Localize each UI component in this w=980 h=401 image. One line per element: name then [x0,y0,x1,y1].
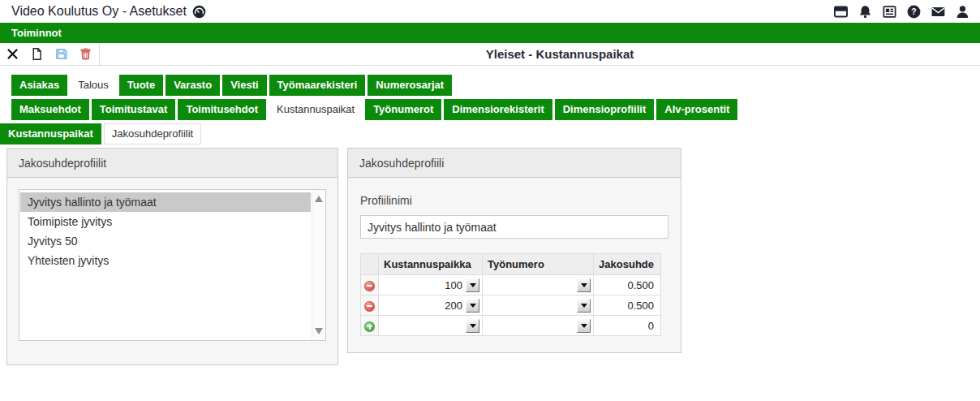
row-action-cell [361,316,379,336]
save-icon [54,47,68,61]
list-item-jyvitys-hallinto-ja-tyomaat[interactable]: Jyvitys hallinto ja työmaat [20,192,311,212]
menu-bar: Toiminnot [0,23,980,43]
tab-tyonumerot[interactable]: Työnumerot [365,99,441,120]
close-icon [6,47,19,61]
tab-toimitusehdot[interactable]: Toimitusehdot [178,99,266,120]
help-icon[interactable]: ? [906,4,922,19]
kustannuspaikka-value: 100 [382,279,462,291]
close-button[interactable] [0,44,24,65]
mail-icon[interactable] [931,4,946,19]
table-header-actions [361,254,379,275]
profiles-panel-title: Jakosuhdeprofiilit [7,149,337,178]
svg-text:?: ? [911,7,916,16]
save-button[interactable] [49,44,73,65]
tab-row-main: AsiakasTalousTuoteVarastoViestiTyömaarek… [11,75,980,96]
table-header-jakosuhde: Jakosuhde [594,254,661,275]
tyonumero-dropdown[interactable] [577,319,591,333]
scroll-up-icon[interactable] [315,196,323,202]
new-document-icon [30,47,44,61]
delete-button[interactable] [73,44,97,65]
tab-tuote[interactable]: Tuote [119,75,163,96]
tyonumero-cell [483,316,594,336]
tab-jakosuhdeprofiilit[interactable]: Jakosuhdeprofiilit [104,123,201,144]
toolbar-divider [99,44,100,65]
kustannuspaikka-cell: 100 [379,275,483,295]
tyonumero-dropdown[interactable] [577,278,591,292]
tyonumero-dropdown[interactable] [577,299,591,313]
kustannuspaikka-cell [379,316,483,336]
bell-icon[interactable] [858,4,873,19]
profile-name-label: Profiilinimi [360,194,668,207]
tab-toimitustavat[interactable]: Toimitustavat [92,99,176,120]
add-row-icon[interactable] [364,321,375,332]
table-row: 0 [361,316,661,336]
table-row: 2000.500 [361,295,661,316]
table-header-tyonumero: Työnumero [483,254,594,275]
kustannuspaikka-value: 200 [382,300,462,312]
tab-asiakas[interactable]: Asiakas [11,75,67,96]
kustannuspaikka-dropdown[interactable] [466,278,479,292]
list-item-toimipiste-jyvitys[interactable]: Toimipiste jyvitys [20,212,311,231]
profiles-list: Jyvitys hallinto ja työmaatToimipiste jy… [20,192,311,270]
tab-kustannuspaikat[interactable]: Kustannuspaikat [0,123,101,144]
window-titlebar: Video Koulutus Oy - Asetukset ? [0,0,980,23]
kustannuspaikka-dropdown[interactable] [466,299,479,313]
remove-row-icon[interactable] [364,301,375,312]
row-action-cell [361,275,379,295]
remove-row-icon[interactable] [364,281,375,291]
page-title: Yleiset - Kustannuspaikat [486,47,634,61]
tyonumero-cell [483,275,594,295]
table-header-row: KustannuspaikkaTyönumeroJakosuhde [361,254,661,275]
table-row: 1000.500 [361,275,661,295]
tab-kustannuspaikat[interactable]: Kustannuspaikat [269,99,363,120]
new-document-button[interactable] [24,44,49,65]
tab-dimensiorekisterit[interactable]: Dimensiorekisterit [444,99,552,120]
kustannuspaikka-cell: 200 [379,295,483,316]
kustannuspaikka-dropdown[interactable] [466,319,479,333]
table-body: 1000.5002000.5000 [361,275,661,336]
profile-panel-title: Jakosuhdeprofiili [348,149,681,178]
tab-varasto[interactable]: Varasto [165,75,220,96]
jakosuhde-table: KustannuspaikkaTyönumeroJakosuhde 1000.5… [360,253,661,336]
scroll-down-icon[interactable] [315,328,323,334]
window-title: Video Koulutus Oy - Asetukset [11,4,187,19]
tab-row-kustannuspaikat: KustannuspaikatJakosuhdeprofiilit [0,123,980,144]
tab-maksuehdot[interactable]: Maksuehdot [11,99,89,120]
tab-viesti[interactable]: Viesti [222,75,266,96]
tab-dimensioprofiilit[interactable]: Dimensioprofiilit [555,99,655,120]
menu-item-toiminnot[interactable]: Toiminnot [0,27,73,39]
user-icon[interactable] [955,4,970,19]
jakosuhde-value: 0.500 [594,295,661,316]
tab-tyomaarekisteri[interactable]: Työmaarekisteri [269,75,366,96]
profiles-listbox[interactable]: Jyvitys hallinto ja työmaatToimipiste jy… [19,189,326,341]
tab-talous[interactable]: Talous [70,75,117,96]
window-icon[interactable] [833,4,849,19]
tab-numerosarjat[interactable]: Numerosarjat [368,75,452,96]
list-item-yhteisten-jyvitys[interactable]: Yhteisten jyvitys [20,251,311,270]
jakosuhde-value: 0.500 [594,275,661,295]
toolbar: Yleiset - Kustannuspaikat [0,43,980,66]
list-item-jyvitys-50[interactable]: Jyvitys 50 [20,231,311,251]
news-icon[interactable] [882,4,897,19]
trash-icon [79,47,92,61]
table-header-kustannuspaikka: Kustannuspaikka [379,254,483,275]
profiles-panel: Jakosuhdeprofiilit Jyvitys hallinto ja t… [6,148,338,365]
tab-row-talous: MaksuehdotToimitustavatToimitusehdotKust… [11,99,980,120]
row-action-cell [361,295,379,316]
listbox-scrollbar[interactable] [312,190,325,340]
profile-name-input[interactable] [360,215,668,239]
jakosuhde-value: 0 [594,316,661,336]
profile-panel: Jakosuhdeprofiili Profiilinimi Kustannus… [347,148,681,353]
tab-alv-prosentit[interactable]: Alv-prosentit [656,99,737,120]
tyonumero-cell [483,295,594,316]
gauge-icon [192,5,206,19]
